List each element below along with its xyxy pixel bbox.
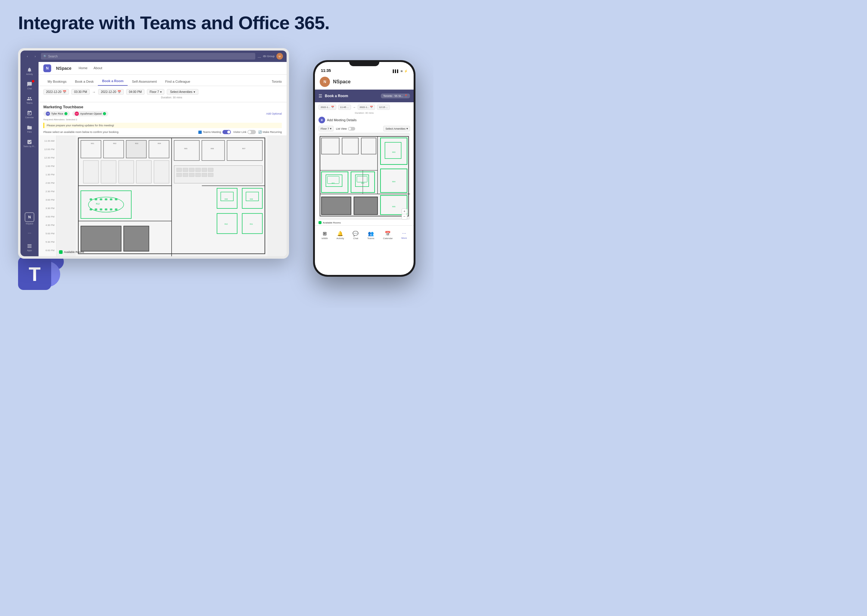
location-label: Toronto [272, 80, 282, 86]
phone-date-from[interactable]: 2022-1... 📅 [318, 105, 336, 110]
laptop-screen: ‹ › 🔍 Search ... IBI Group U [20, 50, 287, 256]
phone-date-to-value: 2022-1... [360, 106, 369, 108]
teams-meeting-label: Teams Meeting [203, 130, 221, 134]
tyler-check-icon: ✓ [65, 112, 68, 115]
sidebar-item-apps[interactable]: Apps [22, 240, 37, 254]
phone-time-to[interactable]: 12:15 ... [377, 105, 390, 110]
phone-amenities-select[interactable]: Select Amenities [383, 126, 410, 132]
apps-icon [27, 244, 32, 249]
phone-app-avatar: N [320, 77, 330, 87]
amenities-select[interactable]: Select Amenities [167, 89, 199, 95]
sidebar-item-teams[interactable]: Teams [22, 93, 37, 107]
svg-text:R02: R02 [361, 182, 364, 184]
sidebar-nspace-label: NSpace [26, 223, 33, 225]
svg-text:R03: R03 [392, 151, 396, 153]
page-title: Integrate with Teams and Office 365. [18, 12, 415, 33]
time-slot-400: 4:00 PM [39, 212, 56, 221]
tab-book-desk[interactable]: Book a Desk [71, 80, 98, 86]
visitor-toggle-knob [248, 130, 251, 134]
tab-my-bookings[interactable]: My Bookings [43, 80, 71, 86]
svg-text:R11: R11 [250, 223, 253, 225]
nspace-nav-about[interactable]: About [94, 66, 102, 71]
sidebar-teams-label: Teams [27, 102, 33, 104]
phone-date-to[interactable]: 2022-1... 📅 [358, 105, 375, 110]
phone-location-button[interactable]: Toronto · 55 St... 📍 [381, 94, 410, 98]
phone-nav-chat[interactable]: 💬 Chat [353, 231, 359, 240]
phone-book-room-label: Book a Room [325, 94, 348, 98]
more-nav-icon: ··· [402, 231, 406, 236]
user-avatar[interactable]: U [276, 53, 283, 60]
forward-button[interactable]: › [32, 53, 39, 60]
phone-nav-more[interactable]: ··· More [401, 231, 407, 239]
app-main: N NSpace Home About My Bookings Book a D… [39, 62, 287, 256]
svg-rect-18 [110, 209, 112, 211]
svg-text:R10: R10 [225, 223, 228, 225]
hamburger-icon[interactable]: ☰ [318, 94, 322, 98]
back-button[interactable]: ‹ [24, 53, 31, 60]
phone-add-meeting[interactable]: + Add Meeting Details [315, 115, 414, 124]
sidebar-item-nspace[interactable]: N NSpace [22, 212, 37, 225]
topbar-group-label: IBI Group [263, 55, 274, 58]
date-from-field[interactable]: 2022-12-20 📅 [43, 89, 69, 95]
visitor-link-toggle[interactable] [247, 130, 256, 134]
time-slot-1130: 11:30 AM [39, 137, 56, 145]
phone-floor-select[interactable]: Floor 7 [318, 126, 334, 132]
phone-add-meeting-label: Add Meeting Details [327, 118, 356, 122]
time-from-field[interactable]: 03:30 PM [71, 89, 90, 95]
floorplan-canvas[interactable]: R01 R02 R03 R04 R05 R06 R07 R08 R09 R10 [57, 135, 287, 256]
calendar-icon [27, 110, 32, 116]
teams-nav-icon [27, 96, 32, 101]
visitor-link-label: Visitor Link [233, 130, 247, 134]
phone-floorplan[interactable]: R01 R02 R03 R04 R05 + − [318, 133, 410, 220]
meeting-title[interactable]: Marketing Touchbase [43, 105, 282, 109]
svg-text:R07: R07 [242, 148, 246, 149]
sidebar-item-chat[interactable]: Chat [22, 79, 37, 92]
time-slot-100: 1:00 PM [39, 162, 56, 170]
phone-nav-activity[interactable]: 🔔 Activity [336, 231, 344, 240]
search-placeholder: Search [48, 55, 58, 58]
phone-app-brand: NSpace [333, 79, 351, 85]
time-to-field[interactable]: 04:00 PM [126, 89, 145, 95]
nspace-nav-home[interactable]: Home [79, 66, 87, 71]
tab-book-room[interactable]: Book a Room [98, 79, 128, 86]
phone-nav-teams[interactable]: 👥 Teams [367, 231, 375, 240]
available-color-dot [59, 250, 63, 254]
phone-status-icons: ▌▌▌ ≋ ⚡ [393, 69, 408, 73]
teams-meeting-toggle[interactable] [222, 130, 231, 134]
phone-list-toggle: List View [336, 127, 355, 130]
floorplan-svg: R01 R02 R03 R04 R05 R06 R07 R08 R09 R10 [57, 135, 287, 256]
svg-rect-35 [183, 173, 188, 177]
svg-rect-14 [90, 209, 92, 211]
meeting-section: Marketing Touchbase TR Tyler Rice ✓ AO A… [39, 102, 287, 135]
svg-rect-28 [177, 168, 182, 172]
time-slot-200: 2:00 PM [39, 179, 56, 187]
phone-amenities-chevron-icon [407, 127, 408, 130]
svg-rect-19 [115, 209, 117, 211]
topbar-more-dots[interactable]: ... [258, 54, 261, 59]
phone-nav-grid[interactable]: ⊞ b6B6i [322, 231, 328, 240]
svg-text:R02: R02 [113, 143, 117, 145]
tab-find-colleague[interactable]: Find a Colleague [161, 80, 194, 86]
sidebar-chat-label: Chat [27, 88, 32, 90]
sidebar-item-tasks[interactable]: Tasks by Pl... [22, 137, 37, 150]
floor-select[interactable]: Floor 7 [147, 89, 164, 95]
calendar-icon-from: 📅 [63, 90, 66, 94]
make-recurring-button[interactable]: 🔄 Make Recurring [258, 130, 282, 134]
phone-list-view-toggle[interactable] [348, 127, 355, 130]
attendee-name-tyler: Tyler Rice [51, 112, 63, 115]
sidebar-item-more[interactable]: ··· [22, 226, 37, 239]
sidebar-item-calendar[interactable]: Calendar [22, 108, 37, 121]
add-optional-button[interactable]: Add Optional [266, 112, 282, 115]
svg-text:R04: R04 [158, 143, 161, 145]
sidebar-item-activity[interactable]: Activity [22, 64, 37, 78]
search-bar[interactable]: 🔍 Search [41, 53, 255, 60]
phone-nav-calendar[interactable]: 📅 Calendar [383, 231, 393, 240]
sidebar-item-files[interactable]: Files [22, 122, 37, 135]
time-to-value: 04:00 PM [129, 90, 142, 94]
tab-self-assessment[interactable]: Self-Assessment [128, 80, 161, 86]
phone-arrow-icon: → [353, 105, 356, 109]
svg-rect-47 [124, 226, 149, 251]
date-to-field[interactable]: 2022-12-20 📅 [98, 89, 124, 95]
phone-time-from[interactable]: 11:45 ... [338, 105, 351, 110]
amenities-value: Select Amenities [170, 90, 192, 94]
